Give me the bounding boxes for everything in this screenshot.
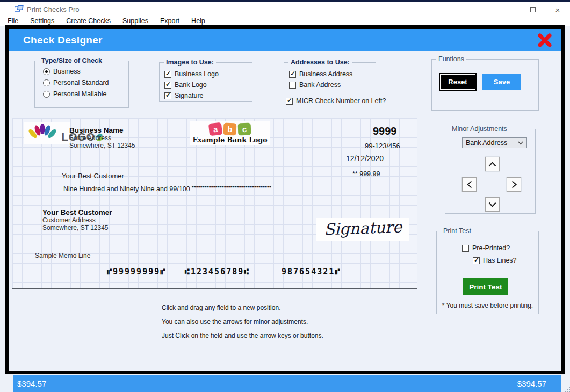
business-logo-field[interactable]: LOGO [24,122,70,144]
bank-logo-tile-c: c [238,123,251,136]
field-selector-value: Bank Address [466,139,507,147]
up-arrow-icon [488,162,496,167]
checkbox-pre-printed-icon [462,245,469,252]
check-designer-dialog: Check Designer Type/Size of Check Busine… [5,25,565,374]
group-minor-adjustments-title: Minor Adjustments [450,125,509,133]
checkbox-bank-logo-label: Bank Logo [175,81,207,89]
checkbox-bank-address-icon [289,82,296,89]
close-button[interactable]: × [545,2,570,17]
down-arrow-icon [488,202,496,207]
maximize-icon [530,7,536,12]
radio-personal-mailable-label: Personal Mailable [53,90,106,98]
amount-words-fill: ************************************* [192,185,271,190]
instruction-line-2: You can also use the arrows for minor ad… [162,318,308,325]
menu-settings[interactable]: Settings [30,17,54,26]
customer-address-field[interactable]: Your Best Customer Customer Address Some… [42,208,112,231]
checkbox-signature-icon [164,92,171,99]
move-down-button[interactable] [485,197,500,212]
group-print-test-title: Print Test [441,227,473,235]
group-addresses-title: Addresses to Use: [288,59,352,66]
checkbox-signature[interactable]: Signature [164,92,204,99]
checkbox-business-address[interactable]: Business Address [289,70,352,78]
bank-logo-field[interactable]: a b c Example Bank Logo [190,121,270,145]
menu-create-checks[interactable]: Create Checks [66,17,111,26]
check-number-field[interactable]: 9999 [373,125,397,137]
business-address-field[interactable]: Business Name Some Address Somewhere, ST… [69,126,135,149]
status-amount-right: $394.57 [517,379,546,388]
check-preview: LOGO Business Name Some Address Somewher… [12,118,417,289]
menu-help[interactable]: Help [191,17,205,26]
checkbox-business-address-label: Business Address [299,70,352,78]
amount-words-field[interactable]: Nine Hundred and Ninety Nine and 99/100 … [63,185,271,193]
group-images-title: Images to Use: [164,59,216,66]
date-field[interactable]: 12/12/2020 [346,154,384,163]
menubar: File Settings Create Checks Supplies Exp… [0,17,570,26]
checkbox-business-logo-label: Business Logo [175,70,219,78]
save-before-printing-note: * You must save before printing. [436,302,539,309]
payee-field[interactable]: Your Best Customer [62,172,124,180]
checkbox-bank-address-label: Bank Address [299,81,341,89]
radio-business-label: Business [53,68,81,75]
left-arrow-icon [467,180,472,188]
checkbox-has-lines-label: Has Lines? [483,257,517,264]
micr-routing-number[interactable]: ⑆123456789⑆ [185,267,250,277]
micr-check-number[interactable]: ⑈99999999⑈ [107,267,166,277]
minimize-button[interactable]: – [496,2,521,17]
radio-business-icon [43,68,50,75]
menu-supplies[interactable]: Supplies [122,17,148,26]
business-address-line2: Somewhere, ST 12345 [69,142,135,149]
signature-field[interactable]: Signature [316,218,409,241]
checkbox-business-logo-icon [164,71,171,78]
move-left-button[interactable] [462,177,477,192]
amount-words-text: Nine Hundred and Ninety Nine and 99/100 [63,185,190,193]
memo-field[interactable]: Sample Memo Line [35,252,90,259]
bank-logo-tiles: a b c [190,123,270,135]
checkbox-micr-left-label: MICR Check Number on Left? [296,97,386,105]
amount-field[interactable]: ** 999.99 [352,170,380,178]
fraction-field[interactable]: 99-123/456 [365,142,400,150]
status-bar: $394.57 $394.57 [13,375,561,392]
move-up-button[interactable] [485,157,500,171]
field-selector-combo[interactable]: Bank Address [462,137,527,148]
checkbox-business-address-icon [289,71,296,78]
radio-personal-standard[interactable]: Personal Standard [43,79,109,86]
menu-file[interactable]: File [8,17,18,26]
checkbox-has-lines[interactable]: Has Lines? [473,257,517,264]
customer-address-line2: Somewhere, ST 12345 [42,224,112,231]
bank-logo-caption: Example Bank Logo [190,136,270,144]
dialog-header: Check Designer [9,29,561,51]
micr-account-number[interactable]: 987654321⑈ [282,267,341,277]
checkbox-pre-printed[interactable]: Pre-Printed? [462,244,510,252]
dialog-close-button[interactable] [537,33,552,48]
radio-personal-mailable-icon [43,91,50,98]
instruction-line-3: Just Click on the field and use the arro… [162,332,323,339]
checkbox-bank-logo-icon [164,82,171,89]
bank-logo-tile-b: b [223,123,237,136]
move-right-button[interactable] [507,177,521,192]
status-amount-left: $394.57 [17,379,46,388]
radio-personal-standard-icon [43,79,50,86]
print-test-button[interactable]: Print Test [463,278,508,295]
menu-export[interactable]: Export [160,17,179,26]
radio-business[interactable]: Business [43,68,81,75]
titlebar: Print Checks Pro – × [0,2,570,17]
maximize-button[interactable] [521,2,545,17]
group-type-size-title: Type/Size of Check [39,57,104,64]
radio-personal-mailable[interactable]: Personal Mailable [43,90,106,98]
checkbox-has-lines-icon [473,257,480,264]
business-logo-petals-icon [26,124,59,141]
checkbox-micr-left[interactable]: MICR Check Number on Left? [286,97,386,105]
checkbox-bank-logo[interactable]: Bank Logo [164,81,207,89]
chevron-down-icon [518,141,523,145]
right-arrow-icon [511,180,517,188]
business-address-line1: Some Address [69,134,135,142]
resize-grip[interactable] [567,389,568,390]
checkbox-signature-label: Signature [175,92,204,99]
close-x-icon [537,33,552,48]
reset-button[interactable]: Reset [440,74,475,90]
save-button[interactable]: Save [482,74,521,90]
checkbox-business-logo[interactable]: Business Logo [164,70,219,78]
group-functions-title: Funtions [436,55,466,63]
checkbox-bank-address[interactable]: Bank Address [289,81,341,89]
app-icon [15,5,24,15]
